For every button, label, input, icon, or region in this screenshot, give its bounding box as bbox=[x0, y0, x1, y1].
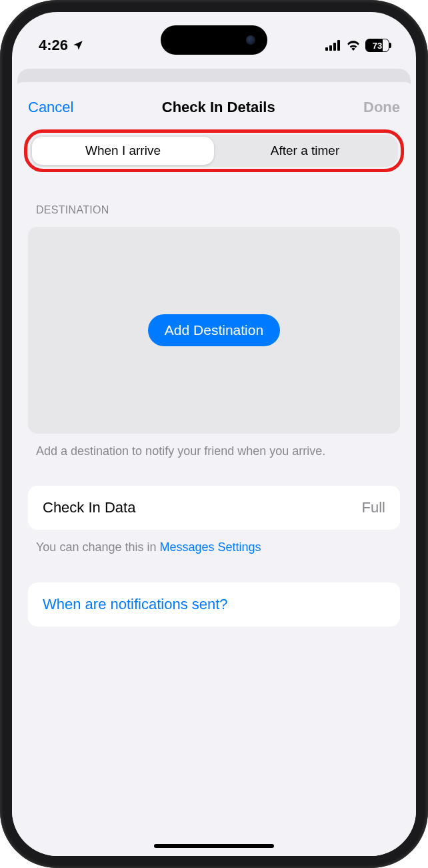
wifi-icon bbox=[346, 40, 361, 51]
messages-settings-link[interactable]: Messages Settings bbox=[159, 540, 261, 554]
check-in-type-segment[interactable]: When I arrive After a timer bbox=[30, 135, 398, 167]
svg-rect-0 bbox=[325, 47, 328, 51]
nav-bar: Cancel Check In Details Done bbox=[12, 82, 416, 129]
page-title: Check In Details bbox=[162, 99, 275, 116]
notifications-info-row[interactable]: When are notifications sent? bbox=[28, 582, 400, 626]
segment-after-a-timer[interactable]: After a timer bbox=[214, 137, 396, 165]
done-button[interactable]: Done bbox=[363, 99, 400, 116]
cancel-button[interactable]: Cancel bbox=[28, 99, 73, 116]
cellular-icon bbox=[325, 40, 341, 51]
battery-icon: 73 bbox=[365, 39, 389, 52]
segment-when-i-arrive[interactable]: When I arrive bbox=[32, 137, 214, 165]
notifications-info-label: When are notifications sent? bbox=[43, 596, 228, 613]
check-in-data-value: Full bbox=[362, 499, 385, 516]
destination-footer: Add a destination to notify your friend … bbox=[12, 434, 416, 459]
check-in-details-sheet: Cancel Check In Details Done When I arri… bbox=[12, 82, 416, 856]
add-destination-button[interactable]: Add Destination bbox=[148, 314, 280, 346]
battery-level: 73 bbox=[373, 41, 382, 51]
destination-map-card: Add Destination bbox=[28, 227, 400, 434]
check-in-data-row[interactable]: Check In Data Full bbox=[28, 486, 400, 530]
phone-frame: 4:26 73 Cancel Check In Details Done Whe… bbox=[0, 0, 428, 868]
footer-prefix: You can change this in bbox=[36, 540, 159, 554]
svg-rect-1 bbox=[329, 45, 332, 51]
check-in-data-label: Check In Data bbox=[43, 499, 135, 516]
status-right: 73 bbox=[325, 39, 389, 52]
status-time: 4:26 bbox=[39, 37, 68, 54]
destination-header: DESTINATION bbox=[12, 172, 416, 222]
dynamic-island bbox=[161, 25, 267, 55]
check-in-data-footer: You can change this in Messages Settings bbox=[12, 530, 416, 555]
home-indicator[interactable] bbox=[154, 844, 274, 848]
segmented-highlight: When I arrive After a timer bbox=[24, 129, 404, 172]
status-left: 4:26 bbox=[39, 37, 84, 54]
svg-rect-2 bbox=[333, 43, 336, 51]
svg-rect-3 bbox=[337, 40, 340, 51]
location-icon bbox=[72, 39, 84, 51]
screen: 4:26 73 Cancel Check In Details Done Whe… bbox=[12, 12, 416, 856]
